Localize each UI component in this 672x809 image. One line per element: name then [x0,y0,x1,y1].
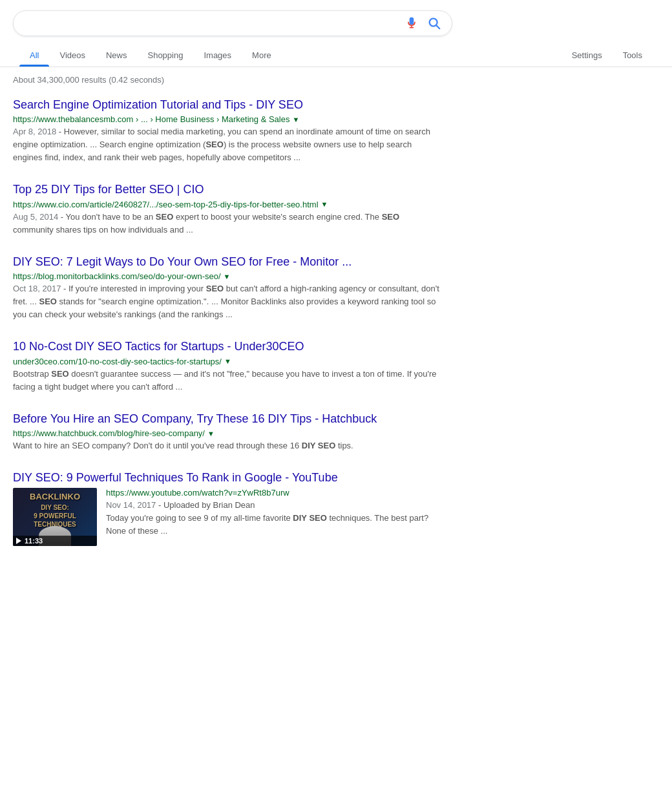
result-url-line: https://www.cio.com/article/2460827/.../… [13,200,439,209]
result-url-line: https://www.hatchbuck.com/blog/hire-seo-… [13,428,439,438]
results-container: About 34,300,000 results (0.42 seconds) … [0,67,452,546]
duration-text: 11:33 [25,537,43,545]
nav-right: Settings Tools [562,44,653,67]
tab-more[interactable]: More [242,44,282,67]
result-url: under30ceo.com/10-no-cost-diy-seo-tactic… [13,357,222,366]
result-snippet: Apr 8, 2018 - However, similar to social… [13,125,439,164]
video-thumbnail[interactable]: BACKLINKO DIY SEO:9 POWERFULTECHNIQUES 1… [13,488,97,546]
result-item: Top 25 DIY Tips for Better SEO | CIO htt… [13,182,439,236]
result-snippet: Aug 5, 2014 - You don't have to be an SE… [13,211,439,236]
result-snippet: Nov 14, 2017 - Uploaded by Brian Dean To… [106,499,439,538]
tab-shopping[interactable]: Shopping [137,44,193,67]
result-url-line: https://www.youtube.com/watch?v=zYwRt8b7… [106,488,439,498]
search-bar: diy seo [13,10,452,36]
tab-news[interactable]: News [96,44,138,67]
result-url-arrow: ▼ [224,273,231,280]
result-item: Search Engine Optimization Tutorial and … [13,98,439,164]
tab-images[interactable]: Images [193,44,242,67]
result-title[interactable]: DIY SEO: 7 Legit Ways to Do Your Own SEO… [13,255,439,269]
play-icon [16,538,21,544]
result-snippet: Want to hire an SEO company? Don't do it… [13,439,439,452]
search-bar-container: diy seo All Videos News Shopping Images … [0,0,672,67]
tab-tools[interactable]: Tools [613,44,653,67]
result-item: Before You Hire an SEO Company, Try Thes… [13,412,439,452]
result-snippet: Oct 18, 2017 - If you're interested in i… [13,282,439,321]
result-url-line: https://www.thebalancesmb.com › ... › Ho… [13,114,439,124]
search-icons [405,16,441,30]
mic-icon[interactable] [405,17,418,30]
duration-bar: 11:33 [13,536,97,546]
result-item: DIY SEO: 9 Powerful Techniques To Rank i… [13,470,439,545]
result-url-line: under30ceo.com/10-no-cost-diy-seo-tactic… [13,357,439,366]
result-url: https://www.cio.com/article/2460827/.../… [13,200,319,209]
result-text-content: https://www.youtube.com/watch?v=zYwRt8b7… [106,488,439,538]
result-title[interactable]: Top 25 DIY Tips for Better SEO | CIO [13,182,439,197]
search-input[interactable]: diy seo [24,17,405,29]
tab-all[interactable]: All [19,44,49,67]
svg-line-1 [436,25,439,28]
result-title[interactable]: 10 No-Cost DIY SEO Tactics for Startups … [13,339,439,354]
result-url: https://blog.monitorbacklinks.com/seo/do… [13,271,221,281]
thumb-title-text: DIY SEO:9 POWERFULTECHNIQUES [30,503,80,529]
result-item: DIY SEO: 7 Legit Ways to Do Your Own SEO… [13,255,439,321]
thumb-logo: BACKLINKO [30,492,80,503]
result-title[interactable]: Before You Hire an SEO Company, Try Thes… [13,412,439,426]
nav-tabs: All Videos News Shopping Images More Set… [13,44,659,67]
result-snippet: Bootstrap SEO doesn't guarantee success … [13,368,439,394]
results-count: About 34,300,000 results (0.42 seconds) [13,75,439,85]
result-url: https://www.hatchbuck.com/blog/hire-seo-… [13,428,205,438]
result-url-arrow: ▼ [207,430,215,437]
result-title[interactable]: Search Engine Optimization Tutorial and … [13,98,439,112]
result-url-line: https://blog.monitorbacklinks.com/seo/do… [13,271,439,281]
result-with-thumb: BACKLINKO DIY SEO:9 POWERFULTECHNIQUES 1… [13,488,439,546]
result-url: https://www.thebalancesmb.com › ... › Ho… [13,114,289,124]
result-url-arrow: ▼ [292,116,299,123]
result-url-arrow: ▼ [321,200,328,208]
result-title[interactable]: DIY SEO: 9 Powerful Techniques To Rank i… [13,470,439,485]
result-item: 10 No-Cost DIY SEO Tactics for Startups … [13,339,439,393]
tab-videos[interactable]: Videos [49,44,96,67]
result-url: https://www.youtube.com/watch?v=zYwRt8b7… [106,488,289,498]
result-url-arrow: ▼ [224,357,231,365]
search-icon[interactable] [427,16,441,30]
tab-settings[interactable]: Settings [562,44,613,67]
